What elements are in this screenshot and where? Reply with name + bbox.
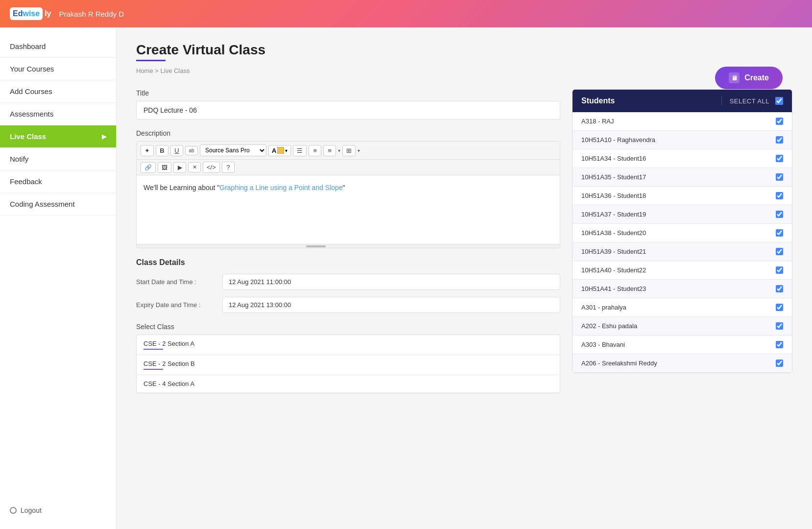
logo-wise: wise [23, 9, 40, 18]
select-all-checkbox[interactable] [775, 97, 783, 105]
sidebar-item-dashboard[interactable]: Dashboard [0, 35, 116, 58]
student-checkbox[interactable] [776, 322, 783, 330]
sidebar-item-assessments[interactable]: Assessments [0, 103, 116, 125]
image-btn[interactable]: 🖼 [158, 162, 171, 173]
student-checkbox[interactable] [776, 304, 783, 311]
clear-btn[interactable]: ✕ [188, 162, 201, 172]
expiry-date-input[interactable] [222, 297, 560, 313]
color-btn[interactable]: A ▾ [268, 145, 291, 156]
student-row: 10H51A39 - Student21 [573, 242, 792, 261]
start-date-input[interactable] [222, 274, 560, 290]
title-input[interactable] [136, 101, 560, 120]
form-students-row: Title Description ✦ B U ab [136, 89, 792, 403]
student-checkbox[interactable] [776, 360, 783, 367]
class-list[interactable]: CSE - 2 Section A CSE - 2 Section B CSE … [136, 335, 560, 393]
link-btn[interactable]: 🔗 [141, 162, 156, 173]
student-checkbox[interactable] [776, 285, 783, 292]
student-checkbox[interactable] [776, 136, 783, 144]
breadcrumb-separator: > [153, 67, 161, 74]
student-checkbox[interactable] [776, 229, 783, 237]
start-date-row: Start Date and Time : [136, 274, 560, 290]
font-select[interactable]: Source Sans Pro Arial Times New Roman [200, 144, 266, 156]
student-checkbox[interactable] [776, 266, 783, 274]
sidebar-item-your-courses[interactable]: Your Courses [0, 58, 116, 80]
class-item-0[interactable]: CSE - 2 Section A [137, 335, 560, 355]
create-btn-container: 🖥 Create [715, 67, 783, 89]
student-name: 10H51A41 - Student23 [581, 285, 646, 292]
editor-body[interactable]: We'll be Learning about "Graphing a Line… [137, 175, 560, 244]
student-checkbox[interactable] [776, 173, 783, 181]
editor-link[interactable]: Graphing a Line using a Point and Slope [219, 184, 342, 192]
student-name: A206 - Sreelakshmi Reddy [581, 360, 657, 367]
student-checkbox[interactable] [776, 248, 783, 255]
sidebar-item-feedback[interactable]: Feedback [0, 170, 116, 193]
wand-btn[interactable]: ✦ [141, 145, 154, 156]
student-row: A206 - Sreelakshmi Reddy [573, 354, 792, 373]
select-all-label: SELECT ALL [730, 97, 769, 105]
expiry-date-row: Expiry Date and Time : [136, 297, 560, 313]
help-btn[interactable]: ? [222, 162, 235, 173]
sidebar-item-label: Live Class [10, 132, 46, 141]
student-row: A202 - Eshu padala [573, 317, 792, 336]
sidebar-item-notify[interactable]: Notify [0, 148, 116, 170]
student-name: A202 - Eshu padala [581, 322, 637, 330]
strikethrough-btn[interactable]: ab [185, 146, 198, 155]
list-unordered-btn[interactable]: ☰ [293, 145, 307, 156]
create-button[interactable]: 🖥 Create [715, 67, 783, 89]
toolbar-dropdown-icon: ▾ [338, 148, 340, 153]
main-layout: Dashboard Your Courses Add Courses Asses… [0, 27, 812, 529]
sidebar-item-label: Notify [10, 155, 28, 163]
student-name: 10H51A38 - Student20 [581, 229, 646, 237]
logo-ly: ly [45, 9, 51, 18]
sidebar-item-coding-assessment[interactable]: Coding Assessment [0, 193, 116, 216]
color-dropdown-icon: ▾ [285, 148, 287, 153]
sidebar-item-live-class[interactable]: Live Class ▶ [0, 125, 116, 148]
student-checkbox[interactable] [776, 118, 783, 125]
student-name: 10H51A36 - Student18 [581, 192, 646, 199]
class-item-2[interactable]: CSE - 4 Section A [137, 375, 560, 393]
sidebar-item-label: Add Courses [10, 87, 52, 96]
student-row: A301 - prahalya [573, 298, 792, 317]
breadcrumb-home[interactable]: Home [136, 67, 153, 74]
logo-box: Edwise [10, 7, 43, 20]
video-btn[interactable]: ▶ [173, 162, 186, 173]
app-header: Edwise ly Prakash R Reddy D [0, 0, 812, 27]
student-row: A303 - Bhavani [573, 336, 792, 354]
student-checkbox[interactable] [776, 155, 783, 162]
student-row: 10H51A38 - Student20 [573, 224, 792, 242]
align-btn[interactable]: ≡ [323, 145, 336, 156]
students-header-right: SELECT ALL [719, 96, 783, 105]
student-name: 10H51A10 - Raghavendra [581, 136, 655, 144]
student-name: A318 - RAJ [581, 118, 614, 125]
logo: Edwise ly [10, 7, 51, 20]
editor-scrollbar-thumb [306, 245, 326, 247]
list-ordered-btn[interactable]: ≡ [309, 145, 321, 156]
sidebar-item-add-courses[interactable]: Add Courses [0, 80, 116, 103]
class-item-label: CSE - 2 Section B [143, 360, 553, 367]
student-checkbox[interactable] [776, 211, 783, 218]
student-row: 10H51A40 - Student22 [573, 261, 792, 280]
student-checkbox[interactable] [776, 341, 783, 348]
select-class-group: Select Class CSE - 2 Section A CSE - 2 S… [136, 323, 560, 393]
student-name: 10H51A40 - Student22 [581, 266, 646, 274]
main-content: 🖥 Create Create Virtual Class Home > Liv… [117, 27, 812, 529]
editor-scrollbar [137, 244, 560, 248]
students-panel-title: Students [581, 96, 615, 105]
sidebar-item-label: Assessments [10, 110, 53, 118]
description-label: Description [136, 129, 560, 137]
logout-icon [10, 507, 17, 514]
editor-text-before: We'll be Learning about " [143, 184, 219, 192]
student-name: 10H51A35 - Student17 [581, 173, 646, 181]
class-item-label: CSE - 2 Section A [143, 340, 553, 347]
start-date-label: Start Date and Time : [136, 278, 215, 286]
table-btn[interactable]: ⊞ [342, 145, 356, 156]
bold-btn[interactable]: B [156, 145, 168, 156]
class-item-1[interactable]: CSE - 2 Section B [137, 355, 560, 375]
student-name: 10H51A34 - Student16 [581, 155, 646, 162]
underline-btn[interactable]: U [170, 145, 183, 156]
student-checkbox[interactable] [776, 192, 783, 199]
code-btn[interactable]: </> [203, 162, 220, 173]
toolbar-table-dropdown-icon: ▾ [358, 148, 360, 153]
class-item-label: CSE - 4 Section A [143, 380, 553, 387]
logout-button[interactable]: Logout [0, 500, 116, 521]
